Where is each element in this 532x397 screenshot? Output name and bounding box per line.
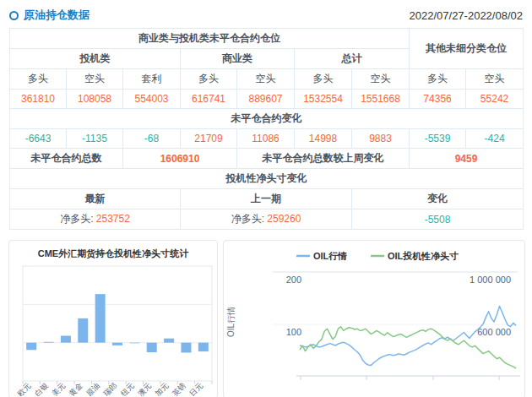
position-value: 108058 xyxy=(67,90,123,109)
table-row-positions: 361810 108058 554003 616741 889607 15325… xyxy=(10,90,524,109)
col-header: 空头 xyxy=(352,69,410,90)
position-value: 55242 xyxy=(466,90,524,109)
col-header: 空头 xyxy=(237,69,295,90)
subgroup-spec: 投机类 xyxy=(10,49,181,69)
subgroup-total: 总计 xyxy=(295,49,410,69)
change-value: -68 xyxy=(123,129,181,149)
positions-table: 商业类与投机类未平仓合约仓位 其他未细分类仓位 投机类 商业类 总计 多头 空头… xyxy=(9,28,524,230)
svg-text:CME外汇期货持仓投机性净头寸统计: CME外汇期货持仓投机性净头寸统计 xyxy=(38,248,189,259)
svg-text:100: 100 xyxy=(286,327,301,337)
svg-text:200: 200 xyxy=(286,275,301,285)
page-header: 原油持仓数据 2022/07/27-2022/08/02 xyxy=(0,0,532,28)
svg-text:加元: 加元 xyxy=(154,381,171,396)
position-value: 554003 xyxy=(123,90,181,109)
col-header: 多头 xyxy=(295,69,352,90)
date-range: 2022/07/27-2022/08/02 xyxy=(410,9,523,22)
svg-text:原油: 原油 xyxy=(84,381,101,396)
svg-text:OIL投机性净头寸: OIL投机性净头寸 xyxy=(388,251,459,261)
net-latest-label: 净多头: xyxy=(60,213,93,225)
svg-text:欧元: 欧元 xyxy=(16,381,33,396)
svg-text:纽元: 纽元 xyxy=(119,381,136,396)
change-value: -1135 xyxy=(67,129,123,149)
net-latest-value: 253752 xyxy=(96,213,130,225)
bullet-icon xyxy=(9,11,19,20)
change-value: 21709 xyxy=(181,129,237,149)
group-header-cell: 商业类与投机类未平仓合约仓位 xyxy=(10,29,410,49)
subgroup-comm: 商业类 xyxy=(181,49,295,69)
svg-text:黄金: 黄金 xyxy=(68,381,84,396)
change-header-cell: 未平仓合约变化 xyxy=(10,109,524,129)
charts-row: CME外汇期货持仓投机性净头寸统计欧元白银美元黄金原油瑞郎纽元澳元加元英镑日元 … xyxy=(8,240,524,397)
change-value: 14998 xyxy=(295,129,352,149)
table-row-changes: -6643 -1135 -68 21709 11086 14998 9883 -… xyxy=(10,129,524,149)
col-header: 多头 xyxy=(181,69,237,90)
svg-text:美元: 美元 xyxy=(51,381,68,396)
table-row-net-header: 投机性净头寸变化 xyxy=(10,169,524,189)
change-value: -6643 xyxy=(10,129,67,149)
total-change-value: 9459 xyxy=(410,149,524,169)
svg-text:日元: 日元 xyxy=(187,381,204,396)
col-header: 空头 xyxy=(466,69,524,90)
net-col-change: 变化 xyxy=(352,189,524,209)
svg-text:澳元: 澳元 xyxy=(136,381,153,396)
table-row-totals: 未平仓合约总数 1606910 未平仓合约总数较上周变化 9459 xyxy=(10,149,524,169)
position-value: 616741 xyxy=(181,90,237,109)
bar-chart-panel: CME外汇期货持仓投机性净头寸统计欧元白银美元黄金原油瑞郎纽元澳元加元英镑日元 xyxy=(8,240,218,397)
col-header: 多头 xyxy=(10,69,67,90)
page-title-group: 原油持仓数据 xyxy=(9,8,90,23)
line-chart-svg: OIL行情OIL投机性净头寸2001001 000 000600 000OIL行… xyxy=(224,241,524,396)
bar-chart-svg: CME外汇期货持仓投机性净头寸统计欧元白银美元黄金原油瑞郎纽元澳元加元英镑日元 xyxy=(9,241,217,396)
position-value: 361810 xyxy=(10,90,67,109)
net-prev-cell: 净多头: 259260 xyxy=(181,209,352,230)
line-chart-panel: OIL行情OIL投机性净头寸2001001 000 000600 000OIL行… xyxy=(223,240,525,397)
net-change-value: -5508 xyxy=(352,209,524,230)
position-value: 74356 xyxy=(410,90,466,109)
net-col-latest: 最新 xyxy=(10,189,181,209)
table-row-net-cols: 最新 上一期 变化 xyxy=(10,189,524,209)
other-header-cell: 其他未细分类仓位 xyxy=(410,29,524,69)
svg-text:白银: 白银 xyxy=(33,381,50,396)
change-value: 9883 xyxy=(352,129,410,149)
total-label: 未平仓合约总数 xyxy=(10,149,123,169)
change-value: -424 xyxy=(466,129,524,149)
change-value: -5539 xyxy=(410,129,466,149)
table-row-change-header: 未平仓合约变化 xyxy=(10,109,524,129)
svg-text:OIL行情: OIL行情 xyxy=(226,307,236,337)
col-header: 多头 xyxy=(410,69,466,90)
svg-text:1 000 000: 1 000 000 xyxy=(470,275,511,285)
net-header-cell: 投机性净头寸变化 xyxy=(10,169,524,189)
total-change-label: 未平仓合约总数较上周变化 xyxy=(237,149,410,169)
net-prev-label: 净多头: xyxy=(231,213,264,225)
table-row-group-header: 商业类与投机类未平仓合约仓位 其他未细分类仓位 xyxy=(10,29,524,49)
svg-text:英镑: 英镑 xyxy=(171,381,187,396)
net-latest-cell: 净多头: 253752 xyxy=(10,209,181,230)
svg-text:OIL行情: OIL行情 xyxy=(313,251,347,261)
net-prev-value: 259260 xyxy=(267,213,301,225)
svg-text:600 000: 600 000 xyxy=(477,327,511,337)
position-value: 1532554 xyxy=(295,90,352,109)
page: 原油持仓数据 2022/07/27-2022/08/02 商业类与投机类未平仓合… xyxy=(0,0,532,397)
net-col-prev: 上一期 xyxy=(181,189,352,209)
page-title: 原油持仓数据 xyxy=(24,8,90,23)
col-header: 套利 xyxy=(123,69,181,90)
table-row-net-values: 净多头: 253752 净多头: 259260 -5508 xyxy=(10,209,524,230)
change-value: 11086 xyxy=(237,129,295,149)
total-value: 1606910 xyxy=(123,149,237,169)
table-row-col-headers: 多头 空头 套利 多头 空头 多头 空头 多头 空头 xyxy=(10,69,524,90)
svg-text:瑞郎: 瑞郎 xyxy=(101,381,119,396)
position-value: 1551668 xyxy=(352,90,410,109)
position-value: 889607 xyxy=(237,90,295,109)
col-header: 空头 xyxy=(67,69,123,90)
